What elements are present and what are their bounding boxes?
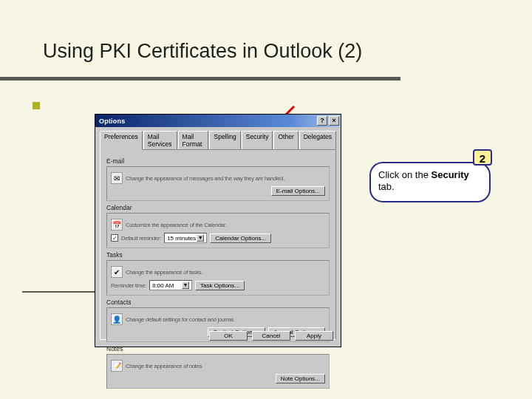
help-button[interactable]: ? xyxy=(317,116,327,126)
divider-thin xyxy=(22,291,95,293)
close-button[interactable]: × xyxy=(329,116,339,126)
group-notes: 📝 Change the appearance of notes. Note O… xyxy=(106,354,330,389)
notes-icon: 📝 xyxy=(111,360,123,372)
task-options-button[interactable]: Task Options... xyxy=(195,281,245,290)
options-dialog: Options ? × Preferences Mail Services Ma… xyxy=(95,114,341,347)
dialog-title: Options xyxy=(99,117,125,125)
reminder-time-value: 8:00 AM xyxy=(152,282,174,289)
dialog-buttons: OK Cancel Apply xyxy=(209,331,333,341)
reminder-time-label: Reminder time: xyxy=(111,282,146,289)
calendar-options-button[interactable]: Calendar Options... xyxy=(210,233,271,243)
tab-content: E-mail ✉ Change the appearance of messag… xyxy=(100,149,336,340)
group-label-tasks: Tasks xyxy=(106,251,330,259)
step-callout: 2 Click on the Security tab. xyxy=(369,162,491,202)
group-tasks: ✔ Change the appearance of tasks. Remind… xyxy=(106,260,330,296)
bullet xyxy=(33,102,40,109)
dialog-titlebar[interactable]: Options ? × xyxy=(95,115,341,127)
apply-button[interactable]: Apply xyxy=(295,331,333,341)
tab-other[interactable]: Other xyxy=(273,131,298,150)
contacts-icon: 👤 xyxy=(111,313,123,325)
tasks-text: Change the appearance of tasks. xyxy=(126,269,202,276)
tab-security[interactable]: Security xyxy=(242,131,273,150)
group-calendar: 📅 Customize the appearance of the Calend… xyxy=(106,213,330,248)
tab-mail-format[interactable]: Mail Format xyxy=(178,131,209,150)
calendar-text: Customize the appearance of the Calendar… xyxy=(126,222,226,228)
calendar-icon: 📅 xyxy=(111,219,123,231)
tab-spelling[interactable]: Spelling xyxy=(209,131,240,150)
callout-text-1: Click on the xyxy=(378,169,432,180)
tasks-icon: ✔ xyxy=(111,266,123,278)
group-label-calendar: Calendar xyxy=(106,204,330,211)
group-label-email: E-mail xyxy=(106,157,330,165)
reminder-time-dropdown[interactable]: 8:00 AM ▼ xyxy=(149,280,192,290)
slide-title: Using PKI Certificates in Outlook (2) xyxy=(43,40,362,63)
tab-delegates[interactable]: Delegates xyxy=(299,131,336,150)
envelope-icon: ✉ xyxy=(111,172,123,184)
contacts-text: Change default settings for contact and … xyxy=(126,316,235,323)
chevron-down-icon: ▼ xyxy=(182,282,189,289)
chevron-down-icon: ▼ xyxy=(197,234,204,242)
reminder-dropdown[interactable]: 15 minutes ▼ xyxy=(164,233,207,243)
group-email: ✉ Change the appearance of messages and … xyxy=(106,166,330,201)
note-options-button[interactable]: Note Options... xyxy=(276,374,325,383)
email-options-button[interactable]: E-mail Options... xyxy=(271,186,325,196)
tab-preferences[interactable]: Preferences xyxy=(100,131,143,150)
reminder-value: 15 minutes xyxy=(167,235,196,242)
callout-bold: Security xyxy=(432,169,469,180)
email-text: Change the appearance of messages and th… xyxy=(126,175,284,182)
step-number-badge: 2 xyxy=(473,149,492,166)
cancel-button[interactable]: Cancel xyxy=(252,331,290,341)
notes-text: Change the appearance of notes. xyxy=(126,363,203,369)
callout-text-2: tab. xyxy=(378,181,395,192)
reminder-checkbox[interactable]: ✓ xyxy=(111,234,118,242)
tab-mail-services[interactable]: Mail Services xyxy=(143,131,177,150)
group-label-notes: Notes xyxy=(106,345,330,352)
ok-button[interactable]: OK xyxy=(209,331,248,341)
group-label-contacts: Contacts xyxy=(106,299,330,306)
reminder-label: Default reminder: xyxy=(121,235,161,242)
divider-thick xyxy=(0,77,400,81)
tab-row: Preferences Mail Services Mail Format Sp… xyxy=(95,127,341,149)
